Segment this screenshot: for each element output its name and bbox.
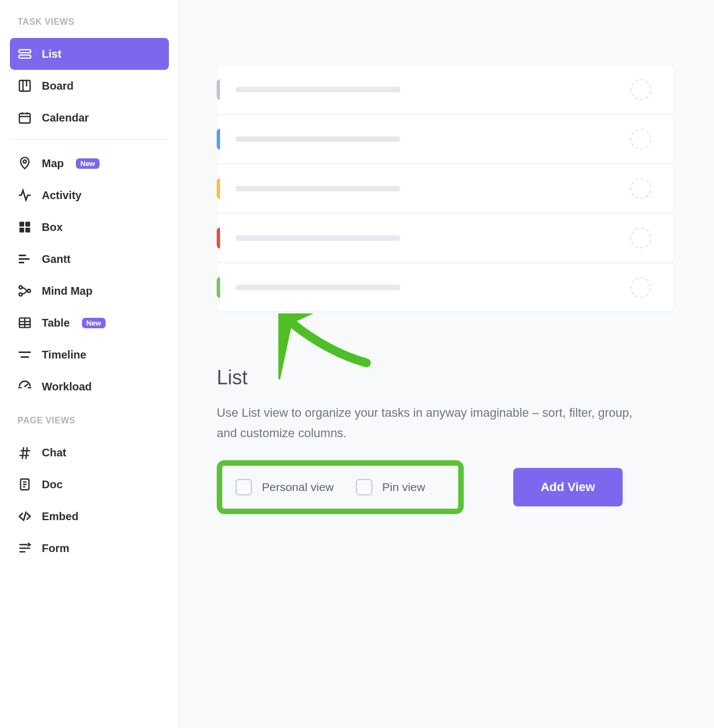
table-icon (18, 316, 32, 330)
skeleton-text (235, 87, 400, 92)
sidebar-item-label: Table (42, 317, 70, 329)
view-detail: List Use List view to organize your task… (217, 366, 673, 514)
task-row (217, 115, 673, 163)
assignee-placeholder-icon (630, 129, 651, 150)
sidebar-item-board[interactable]: Board (10, 70, 169, 102)
list-preview (217, 66, 673, 311)
sidebar-item-map[interactable]: Map New (10, 147, 169, 179)
calendar-icon (18, 111, 32, 125)
svg-rect-7 (19, 228, 24, 233)
sidebar-item-label: Doc (42, 478, 63, 491)
box-icon (18, 220, 32, 234)
svg-rect-5 (19, 222, 24, 227)
doc-icon (18, 477, 32, 492)
timeline-icon (18, 348, 32, 362)
section-title-page-views: PAGE VIEWS (10, 402, 169, 437)
sidebar-item-gantt[interactable]: Gantt (10, 243, 169, 275)
pin-view-option[interactable]: Pin view (356, 479, 425, 495)
sidebar-item-label: Form (42, 542, 69, 555)
form-icon (18, 541, 32, 555)
new-badge: New (82, 318, 106, 328)
sidebar-item-label: Box (42, 221, 63, 234)
hash-icon (18, 445, 32, 460)
sidebar-item-label: Calendar (42, 112, 89, 124)
map-pin-icon (18, 156, 32, 170)
svg-rect-1 (19, 55, 31, 58)
task-row (217, 66, 673, 113)
main-panel: List Use List view to organize your task… (179, 0, 714, 728)
sidebar-item-activity[interactable]: Activity (10, 179, 169, 211)
sidebar-item-mindmap[interactable]: Mind Map (10, 275, 169, 307)
gantt-icon (18, 252, 32, 266)
sidebar-item-label: Mind Map (42, 285, 92, 297)
sidebar-item-workload[interactable]: Workload (10, 371, 169, 402)
sidebar-item-label: Timeline (42, 349, 86, 361)
embed-icon (18, 509, 32, 523)
assignee-placeholder-icon (630, 228, 651, 249)
sidebar-item-label: Embed (42, 510, 79, 523)
skeleton-text (235, 136, 400, 142)
checkbox-icon[interactable] (356, 479, 372, 495)
sidebar-item-box[interactable]: Box (10, 211, 169, 243)
sidebar-item-embed[interactable]: Embed (10, 500, 169, 532)
option-label: Pin view (382, 481, 425, 494)
sidebar: TASK VIEWS List Board Calendar Map (0, 0, 179, 728)
view-options-highlight: Personal view Pin view (217, 460, 464, 514)
divider (10, 139, 169, 140)
workload-icon (18, 379, 32, 394)
board-icon (18, 79, 32, 93)
mindmap-icon (18, 284, 32, 298)
skeleton-text (235, 235, 400, 241)
task-row (217, 165, 673, 212)
sidebar-item-calendar[interactable]: Calendar (10, 102, 169, 134)
sidebar-item-chat[interactable]: Chat (10, 437, 169, 468)
skeleton-text (235, 186, 400, 191)
sidebar-item-label: Map (42, 157, 64, 170)
view-description: Use List view to organize your tasks in … (217, 402, 646, 444)
sidebar-item-label: Board (42, 80, 74, 92)
activity-icon (18, 188, 32, 202)
svg-point-9 (19, 286, 22, 289)
option-label: Personal view (262, 481, 334, 494)
skeleton-text (235, 285, 400, 290)
svg-rect-8 (25, 228, 30, 233)
section-title-task-views: TASK VIEWS (10, 14, 169, 38)
svg-point-11 (28, 289, 30, 292)
svg-rect-6 (25, 222, 30, 227)
svg-rect-0 (19, 49, 31, 52)
checkbox-icon[interactable] (235, 479, 252, 495)
task-row (217, 214, 673, 262)
svg-point-4 (23, 160, 26, 163)
sidebar-item-label: List (42, 48, 62, 60)
svg-point-10 (19, 293, 22, 296)
sidebar-item-list[interactable]: List (10, 38, 169, 70)
sidebar-item-form[interactable]: Form (10, 532, 169, 564)
sidebar-item-label: Chat (42, 446, 66, 459)
new-badge: New (76, 158, 100, 169)
assignee-placeholder-icon (630, 79, 651, 100)
assignee-placeholder-icon (630, 277, 651, 298)
sidebar-item-label: Activity (42, 189, 81, 202)
add-view-button[interactable]: Add View (513, 468, 623, 506)
sidebar-item-doc[interactable]: Doc (10, 468, 169, 500)
sidebar-item-table[interactable]: Table New (10, 307, 169, 339)
sidebar-item-timeline[interactable]: Timeline (10, 339, 169, 371)
view-title: List (217, 366, 673, 389)
sidebar-item-label: Gantt (42, 253, 70, 266)
sidebar-item-label: Workload (42, 380, 92, 393)
personal-view-option[interactable]: Personal view (235, 479, 334, 495)
svg-rect-3 (19, 113, 30, 123)
svg-rect-2 (19, 80, 30, 91)
task-row (217, 264, 673, 311)
assignee-placeholder-icon (630, 178, 651, 199)
list-icon (18, 47, 32, 61)
